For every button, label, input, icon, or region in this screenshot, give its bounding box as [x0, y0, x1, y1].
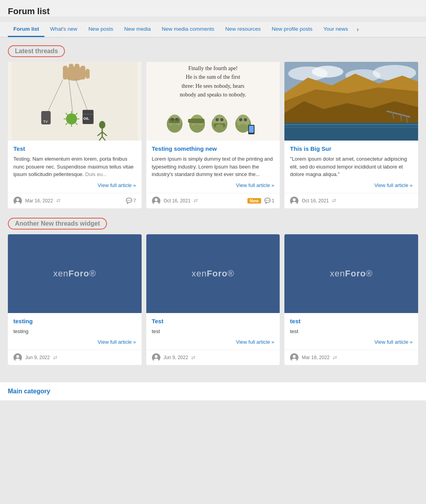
tab-new-resources[interactable]: New resources [220, 22, 266, 37]
share-icon-test2[interactable]: ⇄ [191, 355, 195, 361]
card-footer-left-testing2: Jun 9, 2022 ⇄ [13, 353, 57, 362]
card-body-test2: Test test View full article » [146, 313, 280, 350]
svg-rect-3 [69, 64, 74, 80]
card-image-xenforo2: xenForo® [146, 234, 280, 313]
avatar-test [13, 196, 22, 205]
new-badge-testing-new: New [247, 198, 261, 204]
tab-whats-new[interactable]: What's new [44, 22, 83, 37]
share-icon-testing-new[interactable]: ⇄ [194, 198, 198, 204]
svg-rect-4 [75, 64, 79, 80]
card-image-xenforo3: xenForo® [284, 234, 418, 313]
view-article-testing2[interactable]: View full article » [13, 339, 136, 345]
card-body-testing-new: Testing something new Lorem Ipsum is sim… [146, 141, 280, 193]
xenforo-logo-3: xenForo® [330, 269, 373, 279]
svg-point-63 [312, 66, 343, 78]
card-body-testing2: testing testing View full article » [8, 313, 142, 350]
card-image-apes: Finally the fourth ape! He is the sum of… [146, 62, 280, 141]
share-icon-test3[interactable]: ⇄ [333, 355, 337, 361]
tab-new-posts[interactable]: New posts [83, 22, 119, 37]
card-title-testing2[interactable]: testing [13, 318, 136, 324]
widget-another: Another New threads widget xenForo® test… [8, 218, 418, 365]
svg-point-54 [244, 118, 247, 121]
svg-marker-68 [284, 101, 418, 125]
tab-forum-list[interactable]: Forum list [8, 22, 44, 37]
card-bigsur: This is Big Sur "Lorem ipsum dolor sit a… [284, 62, 418, 208]
svg-point-38 [171, 124, 179, 128]
date-bigsur: Oct 16, 2021 [302, 198, 329, 204]
svg-point-44 [193, 124, 201, 128]
main-content: Latest threads [0, 37, 426, 382]
main-category-title[interactable]: Main category [8, 388, 418, 395]
card-footer-test2: Jun 9, 2022 ⇄ [146, 350, 280, 365]
svg-point-59 [155, 198, 157, 201]
svg-rect-70 [284, 124, 418, 125]
avatar-bigsur [290, 196, 299, 205]
view-article-test3[interactable]: View full article » [290, 339, 413, 345]
svg-text:OIL: OIL [83, 117, 90, 120]
card-test3: xenForo® test test View full article » [284, 234, 418, 365]
view-article-bigsur[interactable]: View full article » [290, 182, 413, 188]
comment-num-test: 7 [133, 198, 136, 204]
svg-point-81 [16, 355, 19, 358]
svg-rect-71 [284, 127, 418, 128]
avatar-test3 [290, 353, 299, 362]
comment-count-testing-new: 💬 1 [264, 198, 275, 204]
svg-point-87 [293, 355, 296, 358]
card-title-test3[interactable]: test [290, 318, 413, 324]
page-wrapper: Forum list Forum list What's new New pos… [0, 0, 426, 400]
date-test3: Mar 18, 2022 [302, 355, 330, 360]
svg-rect-5 [81, 66, 85, 80]
svg-point-36 [171, 118, 174, 121]
svg-rect-43 [201, 119, 205, 123]
card-test: TV OIL [8, 62, 142, 208]
main-category-section: Main category [0, 382, 426, 400]
card-title-testing-new[interactable]: Testing something new [152, 145, 275, 152]
svg-text:TV: TV [43, 120, 48, 124]
card-text-test3: test [290, 328, 413, 335]
svg-point-55 [239, 124, 247, 128]
xenforo-logo-1: xenForo® [53, 269, 96, 279]
card-footer-testing-new: Oct 16, 2021 ⇄ New 💬 1 [146, 193, 280, 208]
tab-new-media-comments[interactable]: New media comments [156, 22, 220, 37]
tab-new-media[interactable]: New media [119, 22, 157, 37]
xenforo-logo-2: xenForo® [192, 269, 234, 279]
card-text-test2: test [152, 328, 275, 335]
view-article-test[interactable]: View full article » [13, 182, 136, 188]
svg-point-37 [175, 118, 179, 121]
nav-more-button[interactable]: › [354, 22, 362, 37]
svg-point-84 [155, 355, 157, 358]
card-image-xenforo1: xenForo® [8, 234, 142, 313]
card-title-bigsur[interactable]: This is Big Sur [290, 145, 413, 152]
view-article-testing-new[interactable]: View full article » [152, 182, 275, 188]
date-test: Mar 16, 2022 [25, 198, 53, 204]
avatar-testing2 [13, 353, 22, 362]
tab-your-news[interactable]: Your news [318, 22, 354, 37]
card-footer-left-test: Mar 16, 2022 ⇄ [13, 196, 61, 205]
card-body-test: Test Testing. Nam elementum enim lorem, … [8, 141, 142, 193]
svg-point-53 [239, 118, 242, 121]
card-body-bigsur: This is Big Sur "Lorem ipsum dolor sit a… [284, 141, 418, 193]
widget-title-latest: Latest threads [8, 45, 65, 57]
card-footer-left-test3: Mar 18, 2022 ⇄ [290, 353, 337, 362]
nav-tabs: Forum list What's new New posts New medi… [0, 22, 426, 37]
share-icon-bigsur[interactable]: ⇄ [332, 198, 336, 204]
card-title-test[interactable]: Test [13, 145, 136, 152]
share-icon-testing2[interactable]: ⇄ [53, 355, 57, 361]
share-icon-test[interactable]: ⇄ [56, 198, 61, 204]
card-title-test2[interactable]: Test [152, 318, 275, 324]
tab-new-profile-posts[interactable]: New profile posts [266, 22, 318, 37]
svg-point-47 [216, 118, 219, 121]
card-footer-bigsur: Oct 16, 2021 ⇄ [284, 193, 418, 208]
card-footer-test3: Mar 18, 2022 ⇄ [284, 350, 418, 365]
svg-rect-42 [188, 119, 192, 123]
card-text-test: Testing. Nam elementum enim lorem, porta… [13, 155, 136, 178]
card-footer-right-testing-new: New 💬 1 [247, 198, 274, 204]
cards-grid-another: xenForo® testing testing View full artic… [8, 234, 418, 365]
avatar-testing-new [152, 196, 160, 205]
card-testing-new: Finally the fourth ape! He is the sum of… [146, 62, 280, 208]
svg-point-24 [99, 121, 105, 129]
comment-icon-test: 💬 [126, 198, 132, 204]
date-testing-new: Oct 16, 2021 [164, 198, 191, 204]
view-article-test2[interactable]: View full article » [152, 339, 275, 345]
card-footer-right-test: 💬 7 [126, 198, 136, 204]
